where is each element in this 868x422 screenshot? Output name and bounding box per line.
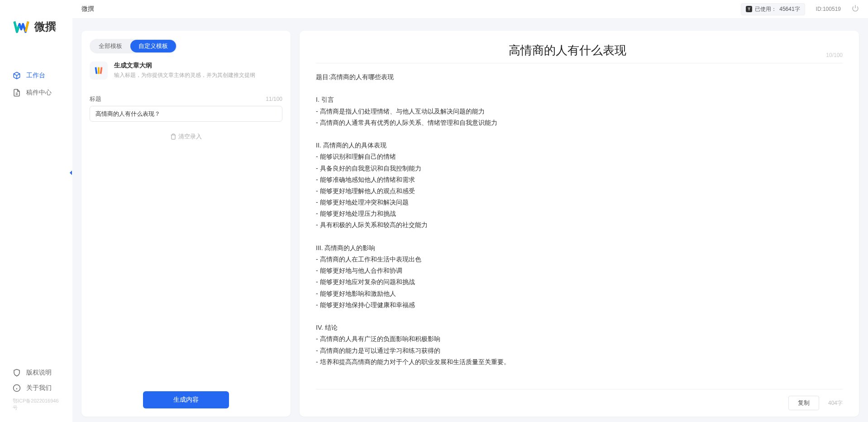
template-tabs: 全部模板 自定义模板 xyxy=(90,39,177,53)
template-desc: 输入标题，为你提供文章主体的灵感，并为其创建推文提纲 xyxy=(114,71,255,79)
text-icon: T xyxy=(746,6,752,12)
clear-label: 清空录入 xyxy=(178,133,202,141)
generate-button[interactable]: 生成内容 xyxy=(143,391,229,408)
tab-custom-templates[interactable]: 自定义模板 xyxy=(130,40,176,52)
doc-footer: 复制 404字 xyxy=(316,389,843,417)
sidebar: 微撰 工作台 稿件中心 版权说明 关于我们 鄂ICP备2022016946号 xyxy=(0,0,72,422)
left-panel: 全部模板 自定义模板 生成文章大纲 输入标题，为你提供文章主体的灵感，并为其创建… xyxy=(81,31,291,417)
topbar-right: T 已使用： 45641字 ID:100519 xyxy=(741,3,859,15)
usage-value: 45641字 xyxy=(779,5,800,13)
document-icon xyxy=(13,89,21,97)
user-id: ID:100519 xyxy=(816,6,841,12)
title-label: 标题 xyxy=(90,95,101,103)
word-count: 404字 xyxy=(828,399,843,407)
svg-rect-6 xyxy=(95,67,98,74)
svg-rect-8 xyxy=(100,67,103,74)
logo[interactable]: 微撰 xyxy=(0,14,72,49)
doc-title-row: 高情商的人有什么表现 10/100 xyxy=(300,31,859,63)
topbar-title: 微撰 xyxy=(81,5,94,13)
sidebar-item-label: 版权说明 xyxy=(26,369,52,377)
sidebar-item-label: 关于我们 xyxy=(26,384,52,392)
main: 全部模板 自定义模板 生成文章大纲 输入标题，为你提供文章主体的灵感，并为其创建… xyxy=(72,18,868,422)
logo-text: 微撰 xyxy=(34,19,56,34)
topbar: 微撰 T 已使用： 45641字 ID:100519 xyxy=(72,0,868,18)
info-icon xyxy=(13,384,21,392)
title-counter: 11/100 xyxy=(266,96,282,102)
logo-icon xyxy=(13,18,30,35)
title-input[interactable] xyxy=(90,106,282,122)
form-section: 标题 11/100 清空录入 xyxy=(81,86,291,143)
nav-section: 工作台 稿件中心 xyxy=(0,49,72,365)
sidebar-item-about[interactable]: 关于我们 xyxy=(0,380,72,396)
doc-body[interactable]: 题目:高情商的人有哪些表现 I. 引言 - 高情商是指人们处理情绪、与他人互动以… xyxy=(300,63,859,389)
cube-icon xyxy=(13,71,21,80)
template-info: 生成文章大纲 输入标题，为你提供文章主体的灵感，并为其创建推文提纲 xyxy=(114,62,255,79)
books-icon xyxy=(94,66,104,76)
copy-button[interactable]: 复制 xyxy=(788,396,819,410)
sidebar-item-label: 稿件中心 xyxy=(26,89,52,97)
clear-input-button[interactable]: 清空录入 xyxy=(90,133,282,141)
template-title: 生成文章大纲 xyxy=(114,62,255,70)
doc-title[interactable]: 高情商的人有什么表现 xyxy=(316,43,819,58)
usage-badge[interactable]: T 已使用： 45641字 xyxy=(741,3,805,15)
sidebar-item-label: 工作台 xyxy=(26,71,45,80)
trash-icon xyxy=(170,133,176,140)
svg-rect-7 xyxy=(98,67,100,74)
right-panel: 高情商的人有什么表现 10/100 题目:高情商的人有哪些表现 I. 引言 - … xyxy=(300,31,859,417)
icp-text: 鄂ICP备2022016946号 xyxy=(0,396,72,413)
sidebar-item-workspace[interactable]: 工作台 xyxy=(0,67,72,84)
usage-label: 已使用： xyxy=(755,5,777,13)
doc-title-counter: 10/100 xyxy=(826,52,843,58)
tab-all-templates[interactable]: 全部模板 xyxy=(91,40,130,52)
template-icon-box xyxy=(90,62,108,80)
sidebar-item-copyright[interactable]: 版权说明 xyxy=(0,365,72,380)
shield-icon xyxy=(13,369,21,377)
sidebar-item-drafts[interactable]: 稿件中心 xyxy=(0,84,72,101)
power-button[interactable] xyxy=(852,5,859,14)
sidebar-bottom: 版权说明 关于我们 鄂ICP备2022016946号 xyxy=(0,365,72,422)
template-card: 生成文章大纲 输入标题，为你提供文章主体的灵感，并为其创建推文提纲 xyxy=(81,53,291,86)
form-title-head: 标题 11/100 xyxy=(90,95,282,103)
power-icon xyxy=(852,5,859,12)
